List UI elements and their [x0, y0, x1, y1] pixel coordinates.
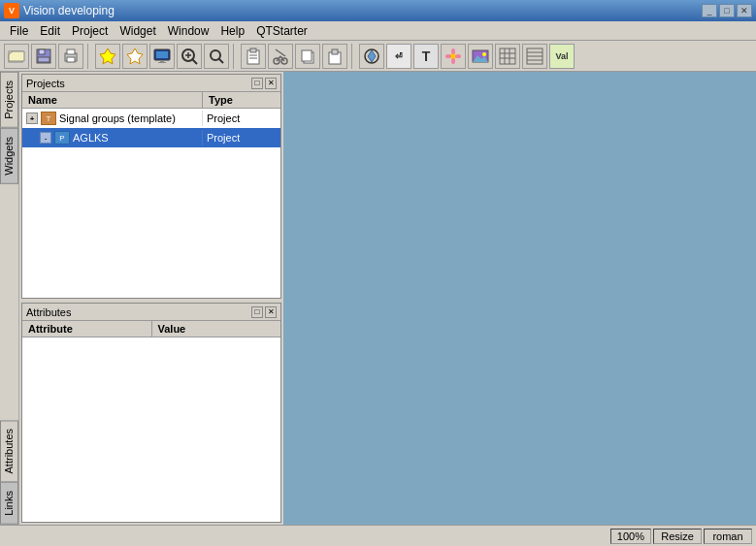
attributes-panel: Attributes □ ✕ Attribute Value: [21, 303, 281, 523]
minimize-button[interactable]: _: [702, 4, 717, 17]
menu-bar: File Edit Project Widget Window Help QTS…: [0, 21, 756, 41]
enter-button[interactable]: ⏎: [386, 44, 411, 69]
projects-panel-header: Projects □ ✕: [22, 75, 280, 92]
attr-close-button[interactable]: ✕: [265, 306, 277, 318]
clipboard-button[interactable]: [241, 44, 266, 69]
print-button[interactable]: [58, 44, 83, 69]
separator-3: [351, 44, 355, 69]
projects-tab[interactable]: Projects: [0, 72, 18, 128]
cut-button[interactable]: [268, 44, 293, 69]
menu-help[interactable]: Help: [214, 22, 250, 40]
svg-marker-8: [127, 48, 143, 64]
projects-restore-button[interactable]: □: [251, 78, 263, 89]
zoom-button[interactable]: [177, 44, 202, 69]
save-button[interactable]: [31, 44, 56, 69]
row2-name: AGLKS: [73, 132, 109, 144]
template-icon: T: [41, 112, 56, 125]
svg-rect-3: [38, 57, 49, 62]
zoom-status: 100%: [610, 529, 651, 544]
project-icon: P: [54, 131, 70, 145]
separator-2: [233, 44, 237, 69]
app-icon: V: [4, 3, 19, 18]
menu-qtstarter[interactable]: QTStarter: [250, 22, 313, 40]
attributes-panel-header: Attributes □ ✕: [22, 304, 280, 321]
svg-rect-31: [332, 49, 338, 54]
text-button[interactable]: T: [413, 44, 439, 69]
status-bar: 100% Resize roman: [0, 525, 756, 546]
user-status: roman: [704, 529, 752, 544]
svg-point-38: [455, 54, 461, 58]
svg-line-27: [276, 49, 285, 56]
image-button[interactable]: [468, 44, 493, 69]
attr-col-header-value: Value: [152, 321, 281, 337]
menu-file[interactable]: File: [4, 22, 34, 40]
svg-rect-6: [67, 57, 75, 62]
close-button[interactable]: ✕: [737, 4, 752, 17]
expand-icon-1[interactable]: +: [26, 112, 38, 124]
nav-button[interactable]: [359, 44, 384, 69]
table-row[interactable]: - P AGLKS Project: [22, 128, 280, 147]
svg-line-14: [192, 59, 197, 64]
svg-rect-20: [250, 48, 256, 52]
svg-line-18: [218, 58, 223, 63]
row1-name: Signal groups (template): [59, 112, 176, 124]
svg-rect-10: [156, 51, 168, 58]
copy-button[interactable]: [295, 44, 320, 69]
projects-close-button[interactable]: ✕: [265, 78, 277, 89]
expand-icon-2[interactable]: -: [40, 132, 51, 144]
canvas-area: [283, 72, 756, 525]
projects-panel: Projects □ ✕ Name Type + T Signal groups…: [21, 74, 281, 299]
title-text: Vision developing: [23, 4, 702, 17]
svg-point-35: [451, 48, 455, 54]
svg-marker-33: [368, 50, 376, 62]
svg-rect-5: [67, 49, 75, 54]
attr-col-header-attribute: Attribute: [22, 321, 152, 337]
title-bar: V Vision developing _ □ ✕: [0, 0, 756, 21]
menu-project[interactable]: Project: [66, 22, 114, 40]
value-button[interactable]: Val: [549, 44, 575, 69]
projects-panel-title: Projects: [26, 78, 65, 89]
svg-rect-29: [302, 50, 312, 61]
table-row[interactable]: + T Signal groups (template) Project: [22, 109, 280, 128]
attr-restore-button[interactable]: □: [251, 306, 263, 318]
menu-widget[interactable]: Widget: [114, 22, 161, 40]
menu-window[interactable]: Window: [162, 22, 215, 40]
row1-type: Project: [203, 112, 280, 125]
resize-status: Resize: [653, 529, 702, 544]
links-tab[interactable]: Links: [0, 482, 18, 525]
svg-rect-2: [39, 49, 45, 54]
window-controls: _ □ ✕: [702, 4, 752, 17]
paste-button[interactable]: [322, 44, 347, 69]
left-panel: Projects □ ✕ Name Type + T Signal groups…: [19, 72, 283, 525]
row2-type: Project: [203, 131, 280, 145]
list-button[interactable]: [522, 44, 547, 69]
monitor-button[interactable]: [149, 44, 175, 69]
main-area: Projects Widgets Attributes Links Projec…: [0, 72, 756, 525]
svg-rect-42: [500, 48, 515, 64]
new-widget-button[interactable]: [95, 44, 120, 69]
toolbar: ⏎ T Val: [0, 41, 756, 72]
widgets-tab[interactable]: Widgets: [0, 128, 18, 184]
svg-point-36: [451, 58, 455, 64]
col-header-name: Name: [22, 92, 203, 108]
svg-point-41: [482, 52, 486, 56]
maximize-button[interactable]: □: [719, 4, 735, 17]
attributes-panel-title: Attributes: [26, 306, 71, 318]
flower-button[interactable]: [441, 44, 466, 69]
open-button[interactable]: [4, 44, 29, 69]
clone-button[interactable]: [122, 44, 148, 69]
attributes-body: [22, 337, 280, 522]
svg-point-37: [445, 54, 451, 58]
col-header-type: Type: [203, 92, 280, 108]
attributes-tab[interactable]: Attributes: [0, 420, 18, 482]
menu-edit[interactable]: Edit: [34, 22, 66, 40]
search-button[interactable]: [204, 44, 229, 69]
svg-rect-12: [158, 62, 166, 63]
side-tabs: Projects Widgets Attributes Links: [0, 72, 19, 525]
svg-marker-7: [100, 48, 115, 64]
separator-1: [87, 44, 91, 69]
table-button[interactable]: [495, 44, 520, 69]
